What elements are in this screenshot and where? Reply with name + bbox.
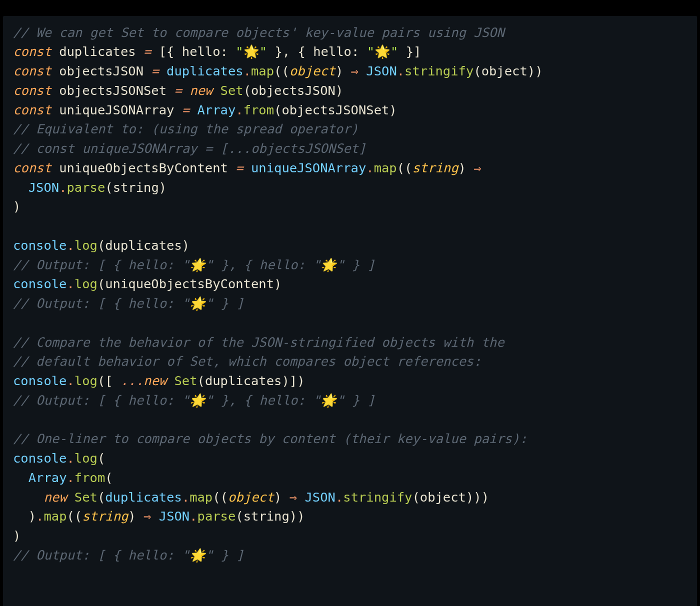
comment-line: // We can get Set to compare objects' ke… bbox=[13, 25, 504, 40]
code-snippet: // We can get Set to compare objects' ke… bbox=[0, 13, 700, 606]
keyword-const: const bbox=[13, 44, 52, 59]
